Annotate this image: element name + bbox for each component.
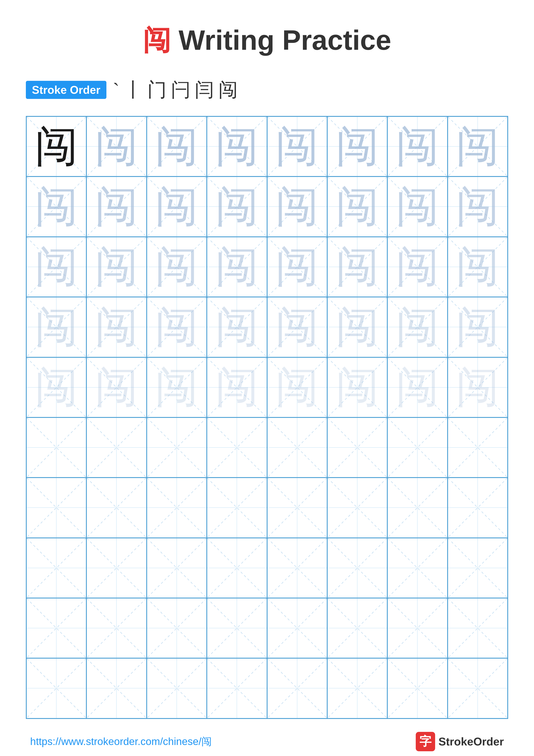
grid-cell[interactable]: 闯 xyxy=(147,116,207,176)
grid-cell[interactable] xyxy=(387,538,447,598)
svg-line-135 xyxy=(207,599,267,658)
grid-cell[interactable] xyxy=(267,538,327,598)
grid-cell[interactable]: 闯 xyxy=(207,176,267,237)
grid-cell[interactable] xyxy=(147,477,207,538)
grid-cell[interactable] xyxy=(26,418,87,477)
grid-cell[interactable]: 闯 xyxy=(87,237,146,297)
grid-cell[interactable] xyxy=(327,538,387,598)
grid-cell[interactable]: 闯 xyxy=(87,297,146,357)
page-title: 闯 Writing Practice xyxy=(26,21,508,60)
grid-cell[interactable]: 闯 xyxy=(327,116,387,176)
grid-cell[interactable] xyxy=(267,658,327,718)
svg-line-126 xyxy=(448,538,507,598)
grid-cell[interactable]: 闯 xyxy=(447,176,508,237)
grid-cell[interactable]: 闯 xyxy=(447,357,508,418)
grid-cell[interactable] xyxy=(207,538,267,598)
grid-cell[interactable] xyxy=(26,538,87,598)
grid-cell[interactable] xyxy=(387,598,447,658)
practice-char: 闯 xyxy=(456,306,499,349)
footer-logo-text: StrokeOrder xyxy=(439,735,504,748)
svg-line-81 xyxy=(27,418,86,477)
grid-cell[interactable]: 闯 xyxy=(387,357,447,418)
grid-cell[interactable] xyxy=(447,598,508,658)
grid-cell[interactable]: 闯 xyxy=(147,357,207,418)
grid-cell[interactable] xyxy=(87,477,146,538)
grid-cell[interactable] xyxy=(267,477,327,538)
svg-line-86 xyxy=(207,418,267,477)
grid-cell[interactable]: 闯 xyxy=(267,116,327,176)
grid-cell[interactable] xyxy=(447,658,508,718)
grid-cell[interactable] xyxy=(87,538,146,598)
grid-cell[interactable]: 闯 xyxy=(207,357,267,418)
grid-cell[interactable]: 闯 xyxy=(447,116,508,176)
grid-cell[interactable]: 闯 xyxy=(387,176,447,237)
grid-cell[interactable]: 闯 xyxy=(207,297,267,357)
grid-cell[interactable]: 闯 xyxy=(26,116,87,176)
grid-cell[interactable] xyxy=(327,477,387,538)
footer-url[interactable]: https://www.strokeorder.com/chinese/闯 xyxy=(30,735,212,748)
grid-cell[interactable]: 闯 xyxy=(387,116,447,176)
grid-cell[interactable]: 闯 xyxy=(267,297,327,357)
grid-cell[interactable]: 闯 xyxy=(207,237,267,297)
grid-cell[interactable] xyxy=(87,658,146,718)
grid-cell[interactable]: 闯 xyxy=(87,176,146,237)
grid-cell[interactable]: 闯 xyxy=(147,297,207,357)
grid-cell[interactable] xyxy=(147,658,207,718)
grid-cell[interactable]: 闯 xyxy=(267,237,327,297)
practice-char: 闯 xyxy=(336,366,379,409)
stroke-6: 闯 xyxy=(218,77,238,103)
grid-cell[interactable]: 闯 xyxy=(447,237,508,297)
grid-cell[interactable]: 闯 xyxy=(327,297,387,357)
grid-cell[interactable]: 闯 xyxy=(207,116,267,176)
svg-line-92 xyxy=(388,418,447,477)
grid-cell[interactable] xyxy=(207,658,267,718)
grid-cell[interactable] xyxy=(207,477,267,538)
grid-cell[interactable] xyxy=(147,538,207,598)
svg-line-109 xyxy=(388,478,447,537)
grid-cell[interactable]: 闯 xyxy=(147,237,207,297)
grid-cell[interactable]: 闯 xyxy=(26,237,87,297)
grid-cell[interactable]: 闯 xyxy=(26,297,87,357)
svg-line-148 xyxy=(147,659,206,718)
grid-cell[interactable] xyxy=(147,418,207,477)
grid-cell[interactable] xyxy=(147,598,207,658)
grid-cell[interactable] xyxy=(207,598,267,658)
grid-cell[interactable] xyxy=(267,598,327,658)
grid-cell[interactable] xyxy=(387,418,447,477)
grid-cell[interactable] xyxy=(447,477,508,538)
grid-cell[interactable] xyxy=(327,658,387,718)
grid-cell[interactable] xyxy=(26,598,87,658)
grid-cell[interactable]: 闯 xyxy=(147,176,207,237)
grid-cell[interactable]: 闯 xyxy=(26,357,87,418)
grid-cell[interactable] xyxy=(327,418,387,477)
grid-cell[interactable] xyxy=(387,658,447,718)
grid-cell[interactable]: 闯 xyxy=(387,237,447,297)
grid-cell[interactable]: 闯 xyxy=(267,357,327,418)
grid-cell[interactable]: 闯 xyxy=(267,176,327,237)
svg-line-149 xyxy=(147,659,206,718)
grid-cell[interactable] xyxy=(26,477,87,538)
practice-char: 闯 xyxy=(275,125,318,168)
grid-cell[interactable]: 闯 xyxy=(327,237,387,297)
grid-cell[interactable]: 闯 xyxy=(447,297,508,357)
svg-line-87 xyxy=(207,418,267,477)
grid-cell[interactable] xyxy=(447,418,508,477)
grid-cell[interactable]: 闯 xyxy=(327,357,387,418)
grid-cell[interactable] xyxy=(87,598,146,658)
grid-cell[interactable] xyxy=(267,418,327,477)
grid-cell[interactable]: 闯 xyxy=(327,176,387,237)
svg-line-136 xyxy=(267,599,327,658)
grid-cell[interactable] xyxy=(387,477,447,538)
grid-cell[interactable] xyxy=(87,418,146,477)
title-chinese-char: 闯 xyxy=(143,24,171,56)
grid-cell[interactable] xyxy=(26,658,87,718)
grid-cell[interactable] xyxy=(447,538,508,598)
grid-cell[interactable]: 闯 xyxy=(87,357,146,418)
grid-cell[interactable]: 闯 xyxy=(387,297,447,357)
grid-cell[interactable] xyxy=(327,598,387,658)
svg-line-143 xyxy=(448,599,507,658)
practice-char: 闯 xyxy=(396,366,439,409)
grid-cell[interactable]: 闯 xyxy=(26,176,87,237)
grid-cell[interactable] xyxy=(207,418,267,477)
grid-cell[interactable]: 闯 xyxy=(87,116,146,176)
